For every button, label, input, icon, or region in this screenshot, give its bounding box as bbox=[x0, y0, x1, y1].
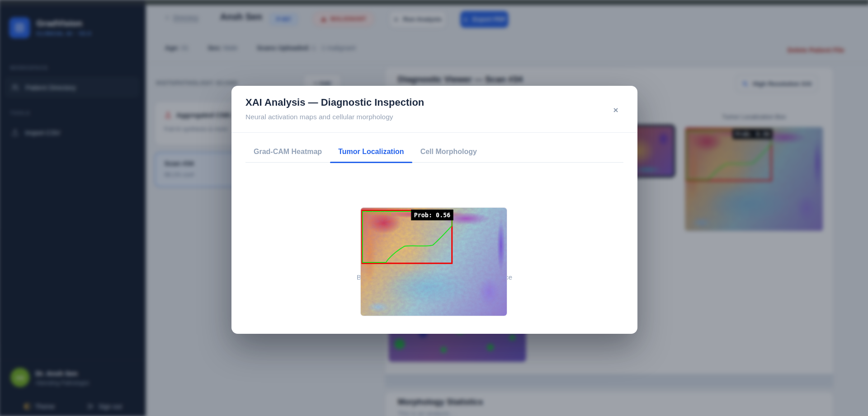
xai-analysis-modal: XAI Analysis — Diagnostic Inspection Neu… bbox=[231, 86, 637, 334]
tab-gradcam-heatmap[interactable]: Grad-CAM Heatmap bbox=[245, 144, 330, 162]
watermark-text: ©WebPathology bbox=[364, 211, 392, 215]
modal-tabs: Grad-CAM Heatmap Tumor Localization Cell… bbox=[245, 144, 623, 163]
app-root: GradVision CLINICAL AI · V2.0 WORKSPACE … bbox=[0, 0, 868, 416]
tumor-localization-image: Prob: 0.56 ©WebPathology bbox=[360, 207, 507, 316]
modal-header-divider bbox=[231, 132, 637, 133]
probability-label: Prob: 0.56 bbox=[414, 212, 451, 219]
modal-title: XAI Analysis — Diagnostic Inspection bbox=[245, 97, 424, 108]
tab-tumor-localization[interactable]: Tumor Localization bbox=[330, 144, 412, 162]
close-icon[interactable]: × bbox=[609, 103, 623, 117]
tab-cell-morphology[interactable]: Cell Morphology bbox=[412, 144, 485, 162]
modal-subtitle: Neural activation maps and cellular morp… bbox=[245, 113, 393, 121]
bounding-box-overlay: Prob: 0.56 ©WebPathology bbox=[361, 208, 507, 316]
